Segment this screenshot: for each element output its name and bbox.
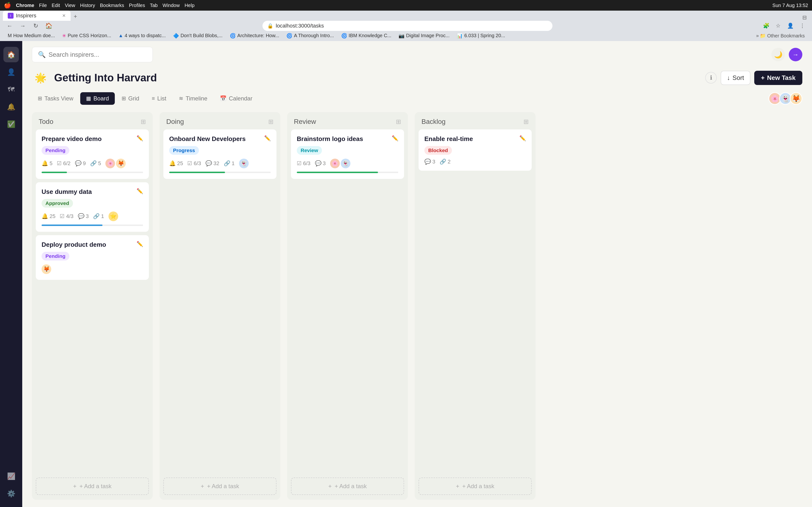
search-input[interactable] bbox=[49, 51, 147, 58]
card-title: Onboard New Developers bbox=[169, 135, 264, 143]
add-task-button[interactable]: + + Add a task bbox=[418, 477, 532, 495]
column-doing: Doing ⊞ Onboard New Developers ✏️ Progre… bbox=[159, 112, 280, 500]
reload-button[interactable]: ↻ bbox=[31, 21, 41, 31]
chrome-tabs: I Inspirers ✕ + ⊟ bbox=[0, 11, 812, 21]
progress-fill bbox=[169, 172, 225, 173]
other-bookmarks[interactable]: » 📁 Other Bookmarks bbox=[754, 32, 807, 40]
card-title: Prepare video demo bbox=[42, 135, 137, 143]
comment-icon: 💬 bbox=[205, 160, 212, 167]
profiles-menu[interactable]: Profiles bbox=[129, 3, 145, 8]
bookmark-icon[interactable]: ☆ bbox=[773, 21, 783, 31]
card-header: Enable real-time ✏️ bbox=[424, 135, 526, 143]
bookmark-item[interactable]: 🌀 A Thorough Intro... bbox=[284, 32, 337, 40]
tab-list[interactable]: ≡ List bbox=[146, 92, 172, 105]
card-edit-icon[interactable]: ✏️ bbox=[264, 135, 271, 142]
home-button[interactable]: 🏠 bbox=[44, 21, 54, 31]
task-card[interactable]: Onboard New Developers ✏️ Progress 🔔 25 … bbox=[163, 129, 276, 179]
help-menu[interactable]: Help bbox=[185, 3, 195, 8]
sidebar-item-users[interactable]: 👤 bbox=[3, 64, 19, 80]
chrome-menu[interactable]: Chrome bbox=[16, 3, 34, 8]
card-edit-icon[interactable]: ✏️ bbox=[392, 135, 398, 142]
file-menu[interactable]: File bbox=[39, 3, 47, 8]
tab-timeline[interactable]: ≋ Timeline bbox=[173, 92, 213, 105]
tab-board[interactable]: ▦ Board bbox=[80, 92, 115, 105]
bookmark-item[interactable]: 🔷 Don't Build Blobs,... bbox=[170, 32, 225, 40]
task-card[interactable]: Enable real-time ✏️ Blocked 💬 3 🔗 2 bbox=[418, 129, 532, 171]
bookmark-icon: 🌀 bbox=[286, 33, 292, 39]
view-menu[interactable]: View bbox=[65, 3, 75, 8]
sidebar-item-tasks[interactable]: ✅ bbox=[3, 116, 19, 132]
history-menu[interactable]: History bbox=[80, 3, 95, 8]
task-card[interactable]: Prepare video demo ✏️ Pending 🔔 5 ☑ 6/2 … bbox=[36, 129, 149, 179]
bookmarks-menu[interactable]: Bookmarks bbox=[100, 3, 124, 8]
doing-cards: Onboard New Developers ✏️ Progress 🔔 25 … bbox=[159, 129, 280, 474]
card-edit-icon[interactable]: ✏️ bbox=[519, 135, 526, 142]
plus-icon: + bbox=[201, 483, 204, 490]
back-button[interactable]: ← bbox=[5, 21, 14, 31]
column-options-icon[interactable]: ⊞ bbox=[396, 118, 401, 125]
column-options-icon[interactable]: ⊞ bbox=[141, 118, 146, 125]
more-menu-icon[interactable]: ⋮ bbox=[798, 21, 807, 31]
mac-bar: 🍎 Chrome File Edit View History Bookmark… bbox=[0, 0, 812, 11]
bookmark-item[interactable]: 🌀 Architecture: How... bbox=[227, 32, 282, 40]
board: Todo ⊞ Prepare video demo ✏️ Pending 🔔 5 bbox=[22, 105, 812, 507]
new-tab-button[interactable]: + bbox=[71, 12, 80, 21]
restore-down-icon[interactable]: ⊟ bbox=[802, 14, 807, 21]
task-card[interactable]: Deploy product demo ✏️ Pending 🦊 bbox=[36, 235, 149, 280]
main-content: 🔍 🌙 → 🌟 Getting Into Harvard ℹ ↓ Sort + … bbox=[22, 41, 812, 507]
project-header: 🌟 Getting Into Harvard ℹ ↓ Sort + New Ta… bbox=[22, 62, 812, 87]
active-tab[interactable]: I Inspirers ✕ bbox=[3, 11, 70, 21]
forward-button[interactable]: → bbox=[18, 21, 28, 31]
info-button[interactable]: ℹ bbox=[705, 72, 717, 83]
column-options-icon[interactable]: ⊞ bbox=[523, 118, 529, 125]
tab-menu[interactable]: Tab bbox=[150, 3, 158, 8]
bookmark-item[interactable]: ✳ Pure CSS Horizon... bbox=[59, 32, 114, 40]
bookmark-item[interactable]: 📊 6.033 | Spring 20... bbox=[454, 32, 508, 40]
add-task-button[interactable]: + + Add a task bbox=[163, 477, 276, 495]
bookmark-icon: M bbox=[8, 33, 12, 38]
tab-title: Inspirers bbox=[16, 12, 60, 19]
theme-toggle-button[interactable]: 🌙 bbox=[771, 48, 785, 61]
bookmark-item[interactable]: 🌀 IBM Knowledge C... bbox=[338, 32, 394, 40]
column-backlog: Backlog ⊞ Enable real-time ✏️ Blocked 💬 … bbox=[415, 112, 536, 500]
bookmark-item[interactable]: 📷 Digital Image Proc... bbox=[396, 32, 452, 40]
tasks-view-label: Tasks View bbox=[45, 95, 73, 102]
task-card[interactable]: Use dummy data ✏️ Approved 🔔 25 ☑ 4/3 💬 … bbox=[36, 182, 149, 232]
add-task-button[interactable]: + + Add a task bbox=[36, 477, 149, 495]
sort-button[interactable]: ↓ Sort bbox=[721, 71, 750, 85]
new-task-button[interactable]: + New Task bbox=[754, 71, 802, 85]
column-options-icon[interactable]: ⊞ bbox=[268, 118, 273, 125]
address-bar[interactable]: 🔒 localhost:3000/tasks bbox=[262, 21, 552, 31]
tab-close-button[interactable]: ✕ bbox=[62, 13, 66, 18]
link-icon: 🔗 bbox=[440, 159, 446, 165]
card-edit-icon[interactable]: ✏️ bbox=[137, 241, 143, 247]
task-card[interactable]: Brainstorm logo ideas ✏️ Review ☑ 6/3 💬 … bbox=[291, 129, 404, 179]
column-header-backlog: Backlog ⊞ bbox=[415, 112, 536, 129]
link-count: 🔗 1 bbox=[224, 160, 235, 167]
comment-icon: 💬 bbox=[78, 213, 84, 219]
user-avatar-button[interactable]: → bbox=[789, 48, 802, 61]
profile-icon[interactable]: 👤 bbox=[785, 21, 795, 31]
card-header: Onboard New Developers ✏️ bbox=[169, 135, 271, 143]
bookmark-icon: ✳ bbox=[62, 33, 66, 39]
extensions-icon[interactable]: 🧩 bbox=[761, 21, 771, 31]
sidebar-item-settings[interactable]: ⚙️ bbox=[3, 486, 19, 501]
sidebar-item-notifications[interactable]: 🔔 bbox=[3, 99, 19, 114]
apple-icon[interactable]: 🍎 bbox=[4, 2, 11, 9]
tab-grid[interactable]: ⊞ Grid bbox=[116, 92, 145, 105]
sidebar-item-home[interactable]: 🏠 bbox=[3, 47, 19, 62]
bookmark-item[interactable]: M How Medium doe... bbox=[5, 32, 58, 39]
sidebar-item-map[interactable]: 🗺 bbox=[3, 81, 19, 97]
tab-calendar[interactable]: 📅 Calendar bbox=[214, 92, 258, 105]
window-menu[interactable]: Window bbox=[163, 3, 180, 8]
comment-icon: 💬 bbox=[424, 159, 431, 165]
add-task-button[interactable]: + + Add a task bbox=[291, 477, 404, 495]
search-box[interactable]: 🔍 bbox=[32, 47, 153, 62]
card-edit-icon[interactable]: ✏️ bbox=[137, 188, 143, 194]
edit-menu[interactable]: Edit bbox=[52, 3, 60, 8]
tab-tasks-view[interactable]: ⊞ Tasks View bbox=[32, 92, 79, 105]
card-edit-icon[interactable]: ✏️ bbox=[137, 135, 143, 142]
sidebar-item-analytics[interactable]: 📈 bbox=[3, 468, 19, 484]
plus-icon: + bbox=[328, 483, 332, 490]
bookmark-item[interactable]: ▲ 4 ways to dispatc... bbox=[115, 32, 169, 39]
